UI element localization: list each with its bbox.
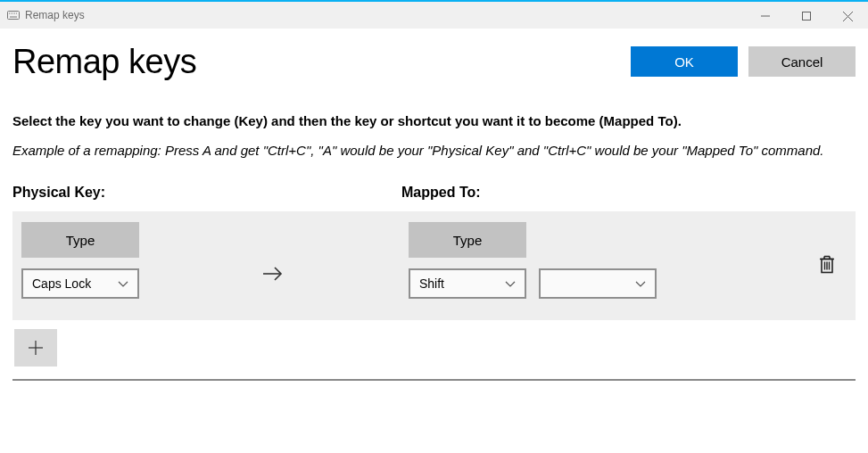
mapped-key-select-2[interactable] (539, 268, 657, 299)
physical-key-column: Type Caps Lock (21, 222, 139, 299)
delete-row-button[interactable] (814, 251, 839, 281)
mapped-key-select-1[interactable]: Shift (409, 268, 526, 299)
mapped-to-column: Type Shift (409, 222, 657, 299)
chevron-down-icon (505, 280, 516, 287)
keyboard-icon (7, 9, 20, 21)
ok-button[interactable]: OK (631, 46, 738, 77)
plus-icon (27, 339, 45, 357)
chevron-down-icon (635, 280, 646, 287)
svg-rect-0 (8, 12, 20, 20)
mapping-row: Type Caps Lock Type Shift (12, 211, 856, 320)
physical-key-select[interactable]: Caps Lock (21, 268, 139, 299)
header-row: Remap keys OK Cancel (12, 43, 856, 81)
trash-icon (818, 255, 836, 275)
mapped-type-button[interactable]: Type (409, 222, 526, 258)
mapped-to-header: Mapped To: (401, 185, 856, 201)
page-title: Remap keys (12, 43, 196, 81)
divider (12, 379, 856, 381)
minimize-button[interactable] (745, 2, 786, 30)
window-controls (745, 2, 868, 30)
action-buttons: OK Cancel (631, 43, 856, 77)
maximize-button[interactable] (786, 2, 827, 30)
svg-rect-8 (803, 12, 811, 21)
window-title: Remap keys (25, 9, 85, 21)
cancel-button[interactable]: Cancel (748, 46, 856, 77)
instruction-text: Select the key you want to change (Key) … (12, 113, 856, 128)
add-mapping-button[interactable] (14, 329, 57, 367)
chevron-down-icon (118, 280, 128, 287)
columns-header: Physical Key: Mapped To: (12, 185, 856, 201)
physical-key-header: Physical Key: (12, 185, 401, 201)
example-text: Example of a remapping: Press A and get … (12, 141, 856, 160)
physical-key-value: Caps Lock (32, 276, 91, 291)
mapped-key-value-1: Shift (419, 276, 444, 291)
titlebar: Remap keys (0, 0, 868, 29)
physical-type-button[interactable]: Type (21, 222, 139, 258)
close-button[interactable] (827, 2, 868, 30)
arrow-icon (139, 238, 318, 283)
